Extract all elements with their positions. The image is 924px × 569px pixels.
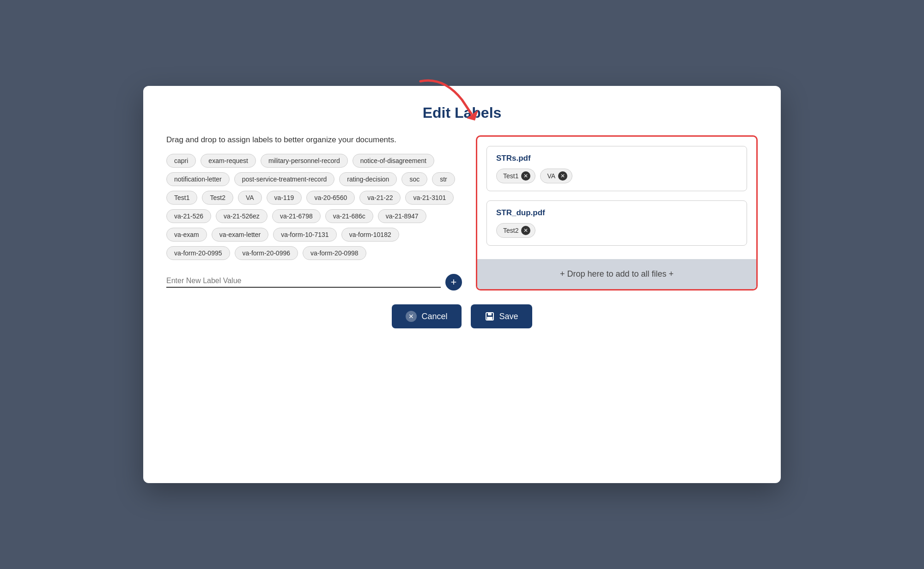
right-panel: STRs.pdfTest1✕VA✕STR_dup.pdfTest2✕ + Dro… bbox=[476, 135, 758, 291]
drop-all-zone[interactable]: + Drop here to add to all files + bbox=[477, 259, 756, 289]
label-chip[interactable]: va-form-10182 bbox=[341, 228, 399, 242]
file-labels: Test1✕VA✕ bbox=[496, 169, 737, 183]
label-chip[interactable]: va-21-22 bbox=[359, 191, 401, 205]
label-chip[interactable]: va-form-20-0995 bbox=[166, 246, 230, 260]
new-label-input[interactable] bbox=[166, 277, 441, 285]
file-label-chip: Test1✕ bbox=[496, 169, 535, 183]
label-chip[interactable]: capri bbox=[166, 154, 196, 168]
label-chip[interactable]: va-20-6560 bbox=[306, 191, 355, 205]
file-label-text: VA bbox=[547, 172, 555, 180]
label-chip[interactable]: va-form-20-0998 bbox=[303, 246, 366, 260]
svg-rect-2 bbox=[488, 313, 492, 315]
label-chip[interactable]: post-service-treatment-record bbox=[234, 172, 335, 186]
cancel-button[interactable]: ✕ Cancel bbox=[392, 304, 461, 328]
cancel-icon: ✕ bbox=[406, 311, 417, 322]
file-label-text: Test1 bbox=[503, 172, 518, 180]
label-chip[interactable]: Test2 bbox=[202, 191, 233, 205]
left-panel: Drag and drop to assign labels to better… bbox=[166, 135, 462, 291]
label-chip[interactable]: rating-decision bbox=[339, 172, 397, 186]
label-chip[interactable]: va-21-8947 bbox=[378, 209, 426, 223]
label-chip[interactable]: military-personnel-record bbox=[261, 154, 348, 168]
file-card: STRs.pdfTest1✕VA✕ bbox=[486, 146, 747, 191]
labels-container: capriexam-requestmilitary-personnel-reco… bbox=[166, 154, 462, 260]
new-label-section: + bbox=[166, 274, 462, 291]
label-chip[interactable]: va-form-10-7131 bbox=[273, 228, 337, 242]
label-chip[interactable]: va-119 bbox=[267, 191, 302, 205]
label-chip[interactable]: notification-letter bbox=[166, 172, 230, 186]
add-label-button[interactable]: + bbox=[445, 274, 462, 291]
edit-labels-modal: Edit Labels Drag and drop to assign labe… bbox=[143, 86, 781, 483]
label-chip[interactable]: va-form-20-0996 bbox=[235, 246, 298, 260]
file-label-chip: VA✕ bbox=[540, 169, 572, 183]
file-name: STRs.pdf bbox=[496, 154, 737, 163]
bottom-buttons: ✕ Cancel Save bbox=[166, 304, 758, 328]
label-chip[interactable]: va-21-686c bbox=[325, 209, 373, 223]
file-label-chip: Test2✕ bbox=[496, 223, 535, 238]
label-chip[interactable]: va-21-3101 bbox=[405, 191, 454, 205]
label-chip[interactable]: soc bbox=[401, 172, 427, 186]
file-labels: Test2✕ bbox=[496, 223, 737, 238]
modal-body: Drag and drop to assign labels to better… bbox=[166, 135, 758, 291]
label-chip[interactable]: va-exam-letter bbox=[212, 228, 268, 242]
instruction-text: Drag and drop to assign labels to better… bbox=[166, 135, 462, 145]
label-chip[interactable]: exam-request bbox=[201, 154, 256, 168]
save-icon bbox=[485, 311, 495, 321]
label-chip[interactable]: notice-of-disagreement bbox=[353, 154, 434, 168]
remove-label-button[interactable]: ✕ bbox=[558, 171, 567, 181]
save-button[interactable]: Save bbox=[471, 304, 532, 328]
remove-label-button[interactable]: ✕ bbox=[521, 226, 530, 235]
files-area: STRs.pdfTest1✕VA✕STR_dup.pdfTest2✕ bbox=[477, 137, 756, 259]
file-name: STR_dup.pdf bbox=[496, 208, 737, 218]
svg-rect-3 bbox=[487, 317, 492, 320]
label-chip[interactable]: Test1 bbox=[166, 191, 197, 205]
modal-title: Edit Labels bbox=[166, 104, 758, 121]
label-chip[interactable]: va-21-526ez bbox=[216, 209, 267, 223]
file-label-text: Test2 bbox=[503, 227, 518, 234]
remove-label-button[interactable]: ✕ bbox=[521, 171, 530, 181]
label-chip[interactable]: va-21-6798 bbox=[272, 209, 321, 223]
label-chip[interactable]: va-exam bbox=[166, 228, 207, 242]
file-card: STR_dup.pdfTest2✕ bbox=[486, 200, 747, 246]
new-label-input-wrap bbox=[166, 277, 441, 288]
label-chip[interactable]: va-21-526 bbox=[166, 209, 211, 223]
label-chip[interactable]: VA bbox=[238, 191, 262, 205]
label-chip[interactable]: str bbox=[432, 172, 455, 186]
